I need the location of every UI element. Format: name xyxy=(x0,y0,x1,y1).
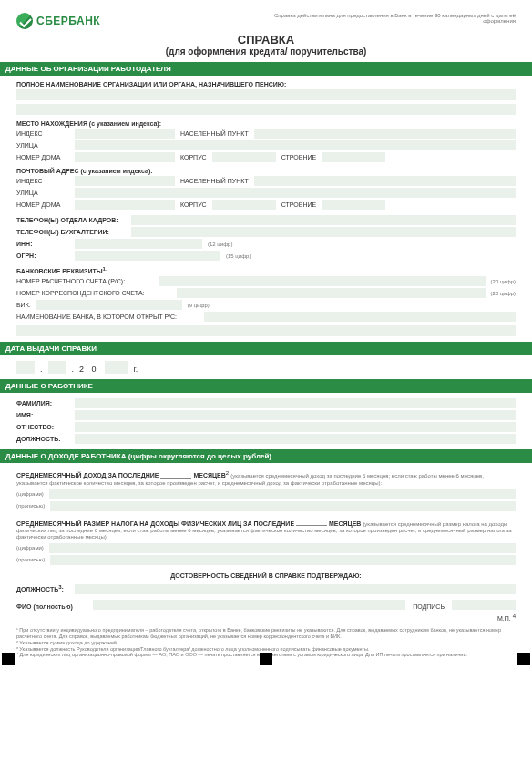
acc-phone-label: ТЕЛЕФОН(Ы) БУХГАЛТЕРИИ: xyxy=(16,229,126,235)
hr-phone-field[interactable] xyxy=(131,215,516,225)
post-bld1-field[interactable] xyxy=(212,200,276,210)
bik-field[interactable] xyxy=(36,300,182,310)
ogrn-label: ОГРН: xyxy=(16,252,69,259)
section-employee: ДАННЫЕ О РАБОТНИКЕ xyxy=(0,379,532,393)
date-year[interactable] xyxy=(105,361,128,374)
ks-hint: (20 цифр) xyxy=(491,291,516,296)
date-day[interactable] xyxy=(16,361,35,374)
post-bld2-field[interactable] xyxy=(322,200,385,210)
income-digits-field[interactable] xyxy=(49,489,516,499)
bik-hint: (9 цифр) xyxy=(188,303,210,308)
post-street-field[interactable] xyxy=(75,188,516,198)
footnote-2: ² Указывается сумма дохода до удержаний. xyxy=(16,640,516,646)
sign-position-field[interactable] xyxy=(75,584,516,594)
words-label-2: (прописью) xyxy=(16,557,45,562)
confirm-label: ДОСТОВЕРНОСТЬ СВЕДЕНИЙ В СПРАВКЕ ПОДТВЕР… xyxy=(16,572,516,579)
loc-locality-field[interactable] xyxy=(254,129,516,139)
surname-field[interactable] xyxy=(75,398,516,408)
sign-label: ПОДПИСЬ xyxy=(413,603,445,610)
sign-position-label: ДОЛЖНОСТЬ3: xyxy=(16,584,69,592)
mp-label: М.П. 4 xyxy=(497,615,516,622)
loc-index-field[interactable] xyxy=(75,129,175,139)
org-full-name-field-2[interactable] xyxy=(16,104,516,115)
brand-mark-icon xyxy=(16,13,33,29)
inn-label: ИНН: xyxy=(16,241,69,247)
post-house-field[interactable] xyxy=(75,200,175,210)
inn-field[interactable] xyxy=(75,239,202,249)
position-field[interactable] xyxy=(75,434,516,444)
patronymic-field[interactable] xyxy=(75,422,516,432)
loc-index-label: ИНДЕКС xyxy=(16,130,69,137)
sign-field[interactable] xyxy=(452,600,516,610)
brand-logo: СБЕРБАНК xyxy=(16,13,100,29)
loc-bld2-label: СТРОЕНИЕ xyxy=(281,154,316,160)
doc-title: СПРАВКА xyxy=(16,33,516,46)
inn-hint: (12 цифр) xyxy=(208,242,232,247)
bik-label: БИК: xyxy=(16,302,31,308)
ogrn-hint: (15 цифр) xyxy=(226,253,251,259)
qr-mark-br xyxy=(517,653,530,665)
post-bld1-label: КОРПУС xyxy=(180,201,207,208)
fio-field[interactable] xyxy=(93,600,405,610)
loc-house-label: НОМЕР ДОМА xyxy=(16,154,69,160)
validity-note: Справка действительна для предоставления… xyxy=(261,13,516,24)
loc-house-field[interactable] xyxy=(75,152,175,162)
section-employer: ДАННЫЕ ОБ ОРГАНИЗАЦИИ РАБОТОДАТЕЛЯ xyxy=(0,62,532,76)
qr-mark-bc xyxy=(260,653,272,665)
tax-digits-field[interactable] xyxy=(49,543,516,553)
digits-label-2: (цифрами) xyxy=(16,545,44,551)
bank-name-field-2[interactable] xyxy=(16,325,516,336)
location-label: МЕСТО НАХОЖДЕНИЯ (с указанием индекса): xyxy=(16,120,516,127)
avg-income-line: СРЕДНЕМЕСЯЧНЫЙ ДОХОД ЗА ПОСЛЕДНИЕ МЕСЯЦЕ… xyxy=(16,470,516,485)
org-full-name-field[interactable] xyxy=(16,89,516,100)
date-month[interactable] xyxy=(48,361,66,374)
qr-mark-bl xyxy=(2,653,15,665)
brand-name: СБЕРБАНК xyxy=(36,15,100,27)
surname-label: ФАМИЛИЯ: xyxy=(16,400,69,407)
post-index-label: ИНДЕКС xyxy=(16,178,69,184)
svg-rect-5 xyxy=(521,657,527,663)
svg-rect-3 xyxy=(263,657,269,663)
section-income: ДАННЫЕ О ДОХОДЕ РАБОТНИКА (цифры округля… xyxy=(0,449,532,463)
org-full-name-label: ПОЛНОЕ НАИМЕНОВАНИЕ ОРГАНИЗАЦИИ ИЛИ ОРГА… xyxy=(16,81,516,88)
bank-name-field[interactable] xyxy=(204,312,516,322)
post-locality-field[interactable] xyxy=(254,176,516,186)
tax-words-field[interactable] xyxy=(50,555,516,565)
rs-field[interactable] xyxy=(159,276,486,286)
rs-hint: (20 цифр) xyxy=(491,279,516,284)
bank-req-label: БАНКОВСКИЕ РЕКВИЗИТЫ1: xyxy=(16,266,516,274)
post-index-field[interactable] xyxy=(75,176,175,186)
words-label-1: (прописью) xyxy=(16,503,45,509)
fio-label: ФИО (полностью) xyxy=(16,603,86,610)
footnote-3: ³ Указывается должность Руководителя орг… xyxy=(16,646,516,653)
issue-date: . . 2 0 г. xyxy=(16,361,516,374)
ks-field[interactable] xyxy=(177,288,486,298)
income-words-field[interactable] xyxy=(50,501,516,511)
section-date: ДАТА ВЫДАЧИ СПРАВКИ xyxy=(0,342,532,355)
svg-rect-1 xyxy=(5,657,11,663)
ogrn-field[interactable] xyxy=(75,251,220,261)
post-house-label: НОМЕР ДОМА xyxy=(16,201,69,208)
postal-label: ПОЧТОВЫЙ АДРЕС (с указанием индекса): xyxy=(16,168,516,174)
name-field[interactable] xyxy=(75,410,516,420)
doc-subtitle: (для оформления кредита/ поручительства) xyxy=(16,46,516,57)
loc-street-label: УЛИЦА xyxy=(16,142,69,149)
post-locality-label: НАСЕЛЕННЫЙ ПУНКТ xyxy=(180,178,249,184)
date-year-suffix: г. xyxy=(134,365,138,374)
patronymic-label: ОТЧЕСТВО: xyxy=(16,424,69,430)
loc-bld2-field[interactable] xyxy=(322,152,385,162)
loc-bld1-label: КОРПУС xyxy=(180,154,207,160)
months-slot-1[interactable] xyxy=(160,471,191,479)
hr-phone-label: ТЕЛЕФОН(Ы) ОТДЕЛА КАДРОВ: xyxy=(16,217,126,223)
loc-bld1-field[interactable] xyxy=(212,152,276,162)
loc-street-field[interactable] xyxy=(75,140,516,150)
bank-name-label: НАИМЕНОВАНИЕ БАНКА, В КОТОРОМ ОТКРЫТ Р/С… xyxy=(16,314,199,320)
name-label: ИМЯ: xyxy=(16,412,69,418)
months-slot-2[interactable] xyxy=(296,519,327,526)
ks-label: НОМЕР КОРРЕСПОНДЕНТСКОГО СЧЕТА: xyxy=(16,290,171,296)
acc-phone-field[interactable] xyxy=(131,227,516,237)
date-century: 2 0 xyxy=(79,365,99,374)
rs-label: НОМЕР РАСЧЕТНОГО СЧЕТА (Р/С): xyxy=(16,278,153,284)
post-bld2-label: СТРОЕНИЕ xyxy=(281,201,316,208)
position-label: ДОЛЖНОСТЬ: xyxy=(16,436,69,442)
